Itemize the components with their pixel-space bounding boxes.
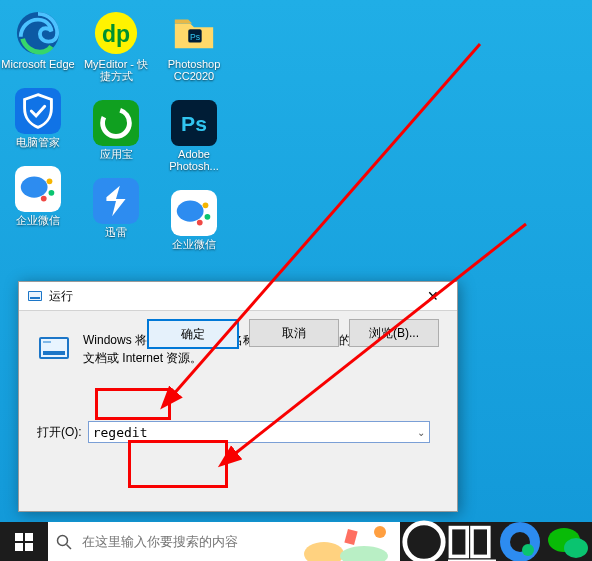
desktop-icon-yingyongbao[interactable]: 应用宝 [93, 100, 139, 160]
svg-point-19 [205, 214, 211, 220]
svg-point-39 [374, 526, 386, 538]
desktop-icon-wecom2[interactable]: 企业微信 [171, 190, 217, 250]
svg-rect-33 [25, 543, 33, 551]
desktop-icon-myeditor[interactable]: dp MyEditor - 快捷方式 [79, 10, 153, 82]
open-combobox[interactable]: ⌄ [88, 421, 430, 443]
desktop-icon-label: MyEditor - 快捷方式 [79, 58, 153, 82]
svg-text:dp: dp [102, 21, 130, 47]
taskbar-search[interactable] [48, 522, 304, 561]
run-large-icon [37, 331, 71, 365]
svg-rect-23 [30, 297, 40, 299]
run-icon [27, 288, 43, 304]
photoshop-icon: Ps [171, 100, 217, 146]
ok-button[interactable]: 确定 [147, 319, 239, 349]
browser-icon [496, 518, 544, 562]
desktop-icon-label: Microsoft Edge [1, 58, 74, 70]
open-input[interactable] [88, 421, 430, 443]
svg-text:Ps: Ps [181, 112, 207, 135]
dialog-title: 运行 [49, 288, 413, 305]
windows-icon [15, 533, 33, 551]
taskbar-art [304, 522, 400, 561]
svg-point-47 [522, 544, 534, 556]
desktop-icon-label: 企业微信 [16, 214, 60, 226]
wechat-icon [544, 518, 592, 562]
desktop-icon-edge[interactable]: Microsoft Edge [1, 10, 74, 70]
svg-line-35 [67, 544, 72, 549]
taskbar-app-wechat[interactable] [544, 522, 592, 561]
svg-point-17 [177, 201, 204, 222]
taskbar-app-browser[interactable] [496, 522, 544, 561]
desktop-icon-label: 应用宝 [100, 148, 133, 160]
svg-point-3 [21, 177, 48, 198]
task-view-button[interactable] [448, 522, 496, 561]
task-view-icon [448, 518, 496, 562]
svg-point-5 [49, 190, 55, 196]
desktop-icon-label: 企业微信 [172, 238, 216, 250]
svg-rect-26 [43, 351, 65, 355]
search-input[interactable] [80, 521, 296, 561]
desktop: Microsoft Edge 电脑管家 企业微信 dp MyEditor - 快… [0, 0, 592, 561]
browse-button[interactable]: 浏览(B)... [349, 319, 439, 347]
svg-text:Ps: Ps [190, 32, 200, 42]
svg-rect-9 [93, 100, 139, 146]
close-button[interactable]: ✕ [413, 283, 453, 309]
svg-rect-31 [25, 533, 33, 541]
circle-icon [400, 518, 448, 562]
start-button[interactable] [0, 522, 48, 561]
folder-icon: Ps [171, 10, 217, 56]
svg-rect-27 [43, 341, 51, 343]
titlebar: 运行 ✕ [19, 282, 457, 311]
desktop-icon-wecom[interactable]: 企业微信 [15, 166, 61, 226]
svg-point-20 [197, 220, 203, 226]
cortana-button[interactable] [400, 522, 448, 561]
xunlei-icon [93, 178, 139, 224]
myeditor-icon: dp [93, 10, 139, 56]
svg-point-18 [203, 202, 209, 208]
cancel-button[interactable]: 取消 [249, 319, 339, 347]
desktop-icon-label: 电脑管家 [16, 136, 60, 148]
svg-point-41 [405, 522, 443, 560]
desktop-icon-xunlei[interactable]: 迅雷 [93, 178, 139, 238]
open-label: 打开(O): [37, 424, 82, 441]
svg-rect-30 [15, 533, 23, 541]
wecom-icon [15, 166, 61, 212]
desktop-icon-ps[interactable]: Ps Adobe Photosh... [157, 100, 231, 172]
edge-icon [15, 10, 61, 56]
shield-icon [15, 88, 61, 134]
run-dialog: 运行 ✕ Windows 将根据你所输入的名称，为你打开相应的程序、文件夹、文档… [18, 281, 458, 512]
yingyongbao-icon [93, 100, 139, 146]
wecom-icon [171, 190, 217, 236]
desktop-icon-label: Photoshop CC2020 [157, 58, 231, 82]
svg-rect-42 [450, 527, 467, 556]
taskbar [0, 522, 592, 561]
svg-point-49 [564, 538, 588, 558]
close-icon: ✕ [427, 288, 439, 304]
desktop-icon-label: Adobe Photosh... [157, 148, 231, 172]
search-icon [56, 534, 72, 550]
desktop-icon-guanjia[interactable]: 电脑管家 [15, 88, 61, 148]
svg-rect-43 [472, 527, 489, 556]
svg-rect-32 [15, 543, 23, 551]
chevron-down-icon[interactable]: ⌄ [412, 421, 430, 443]
svg-point-6 [41, 196, 47, 202]
svg-point-4 [47, 178, 53, 184]
desktop-icon-psfolder[interactable]: Ps Photoshop CC2020 [157, 10, 231, 82]
svg-point-34 [58, 535, 68, 545]
desktop-icon-label: 迅雷 [105, 226, 127, 238]
